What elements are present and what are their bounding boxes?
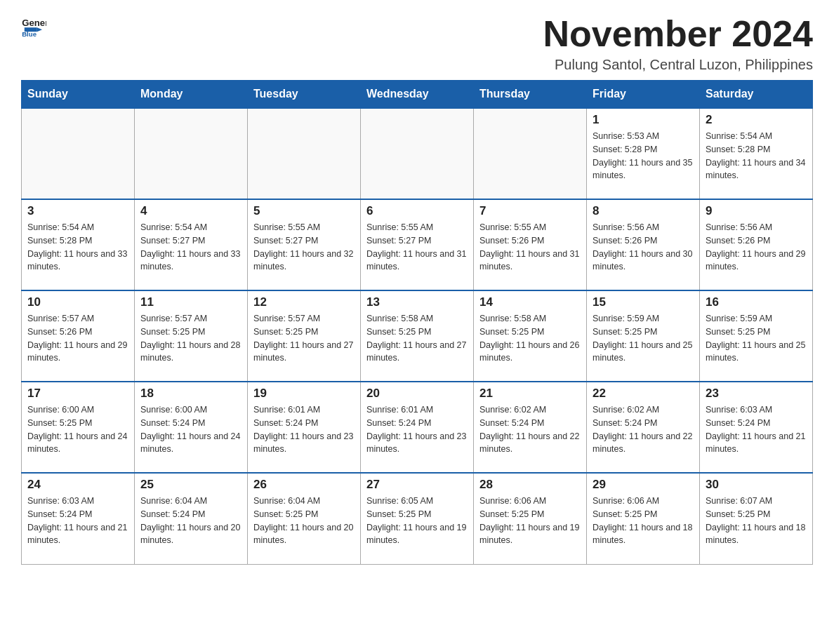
logo-icon: General Blue: [21, 14, 46, 39]
svg-text:General: General: [22, 18, 46, 28]
logo: General Blue: [21, 14, 49, 39]
svg-marker-2: [37, 27, 42, 32]
day-info: Sunrise: 6:03 AMSunset: 5:24 PMDaylight:…: [706, 403, 807, 456]
col-wednesday: Wednesday: [361, 81, 474, 109]
day-info: Sunrise: 5:58 AMSunset: 5:25 PMDaylight:…: [479, 312, 581, 365]
calendar-week-row: 10Sunrise: 5:57 AMSunset: 5:26 PMDayligh…: [22, 290, 813, 382]
day-info: Sunrise: 6:02 AMSunset: 5:24 PMDaylight:…: [593, 403, 694, 456]
calendar-week-row: 17Sunrise: 6:00 AMSunset: 5:25 PMDayligh…: [22, 382, 813, 473]
day-number: 8: [593, 204, 694, 218]
day-info: Sunrise: 6:01 AMSunset: 5:24 PMDaylight:…: [253, 403, 355, 456]
day-info: Sunrise: 6:03 AMSunset: 5:24 PMDaylight:…: [27, 495, 128, 547]
calendar-cell: 5Sunrise: 5:55 AMSunset: 5:27 PMDaylight…: [248, 199, 361, 290]
day-number: 25: [140, 478, 241, 492]
calendar-cell: 9Sunrise: 5:56 AMSunset: 5:26 PMDaylight…: [700, 199, 813, 290]
calendar-cell: 16Sunrise: 5:59 AMSunset: 5:25 PMDayligh…: [700, 290, 813, 382]
day-number: 2: [706, 113, 807, 127]
month-title: November 2024: [543, 14, 813, 54]
day-number: 30: [706, 478, 807, 492]
day-number: 26: [253, 478, 355, 492]
day-number: 6: [366, 204, 468, 218]
day-number: 22: [593, 387, 694, 401]
day-number: 11: [140, 295, 241, 309]
calendar-cell: 28Sunrise: 6:06 AMSunset: 5:25 PMDayligh…: [474, 473, 587, 564]
day-info: Sunrise: 5:54 AMSunset: 5:28 PMDaylight:…: [706, 130, 807, 182]
location-subtitle: Pulung Santol, Central Luzon, Philippine…: [543, 57, 813, 73]
day-number: 1: [593, 113, 694, 127]
day-info: Sunrise: 5:59 AMSunset: 5:25 PMDaylight:…: [706, 312, 807, 365]
calendar-cell: 21Sunrise: 6:02 AMSunset: 5:24 PMDayligh…: [474, 382, 587, 473]
day-number: 19: [253, 387, 355, 401]
svg-text:Blue: Blue: [22, 30, 37, 38]
calendar-cell: 23Sunrise: 6:03 AMSunset: 5:24 PMDayligh…: [700, 382, 813, 473]
calendar-cell: 15Sunrise: 5:59 AMSunset: 5:25 PMDayligh…: [587, 290, 700, 382]
day-number: 27: [366, 478, 468, 492]
page-header: General Blue November 2024 Pulung Santol…: [21, 14, 813, 73]
day-info: Sunrise: 5:57 AMSunset: 5:26 PMDaylight:…: [27, 312, 128, 365]
day-info: Sunrise: 5:53 AMSunset: 5:28 PMDaylight:…: [593, 130, 694, 182]
day-number: 4: [140, 204, 241, 218]
day-info: Sunrise: 5:54 AMSunset: 5:28 PMDaylight:…: [27, 221, 128, 274]
calendar-cell: 12Sunrise: 5:57 AMSunset: 5:25 PMDayligh…: [248, 290, 361, 382]
calendar-cell: [474, 108, 587, 199]
calendar-cell: 27Sunrise: 6:05 AMSunset: 5:25 PMDayligh…: [361, 473, 474, 564]
calendar-cell: 20Sunrise: 6:01 AMSunset: 5:24 PMDayligh…: [361, 382, 474, 473]
calendar-cell: 19Sunrise: 6:01 AMSunset: 5:24 PMDayligh…: [248, 382, 361, 473]
calendar-cell: 13Sunrise: 5:58 AMSunset: 5:25 PMDayligh…: [361, 290, 474, 382]
day-number: 24: [27, 478, 128, 492]
calendar-cell: 30Sunrise: 6:07 AMSunset: 5:25 PMDayligh…: [700, 473, 813, 564]
day-number: 12: [253, 295, 355, 309]
day-info: Sunrise: 6:01 AMSunset: 5:24 PMDaylight:…: [366, 403, 468, 456]
calendar-cell: 7Sunrise: 5:55 AMSunset: 5:26 PMDaylight…: [474, 199, 587, 290]
day-number: 13: [366, 295, 468, 309]
day-info: Sunrise: 5:56 AMSunset: 5:26 PMDaylight:…: [706, 221, 807, 274]
day-info: Sunrise: 6:00 AMSunset: 5:25 PMDaylight:…: [27, 403, 128, 456]
col-monday: Monday: [135, 81, 248, 109]
day-number: 7: [479, 204, 581, 218]
calendar-cell: 10Sunrise: 5:57 AMSunset: 5:26 PMDayligh…: [22, 290, 135, 382]
calendar-cell: 18Sunrise: 6:00 AMSunset: 5:24 PMDayligh…: [135, 382, 248, 473]
day-number: 14: [479, 295, 581, 309]
day-info: Sunrise: 6:05 AMSunset: 5:25 PMDaylight:…: [366, 495, 468, 547]
day-info: Sunrise: 5:55 AMSunset: 5:27 PMDaylight:…: [253, 221, 355, 274]
col-tuesday: Tuesday: [248, 81, 361, 109]
col-friday: Friday: [587, 81, 700, 109]
day-number: 23: [706, 387, 807, 401]
day-info: Sunrise: 5:57 AMSunset: 5:25 PMDaylight:…: [253, 312, 355, 365]
day-number: 18: [140, 387, 241, 401]
calendar-cell: 17Sunrise: 6:00 AMSunset: 5:25 PMDayligh…: [22, 382, 135, 473]
day-number: 21: [479, 387, 581, 401]
calendar-cell: [22, 108, 135, 199]
calendar-table: Sunday Monday Tuesday Wednesday Thursday…: [21, 80, 813, 565]
day-info: Sunrise: 6:02 AMSunset: 5:24 PMDaylight:…: [479, 403, 581, 456]
day-info: Sunrise: 5:57 AMSunset: 5:25 PMDaylight:…: [140, 312, 241, 365]
calendar-cell: 14Sunrise: 5:58 AMSunset: 5:25 PMDayligh…: [474, 290, 587, 382]
col-sunday: Sunday: [22, 81, 135, 109]
calendar-week-row: 3Sunrise: 5:54 AMSunset: 5:28 PMDaylight…: [22, 199, 813, 290]
calendar-cell: 24Sunrise: 6:03 AMSunset: 5:24 PMDayligh…: [22, 473, 135, 564]
calendar-cell: 4Sunrise: 5:54 AMSunset: 5:27 PMDaylight…: [135, 199, 248, 290]
day-info: Sunrise: 5:56 AMSunset: 5:26 PMDaylight:…: [593, 221, 694, 274]
day-info: Sunrise: 5:58 AMSunset: 5:25 PMDaylight:…: [366, 312, 468, 365]
calendar-cell: 22Sunrise: 6:02 AMSunset: 5:24 PMDayligh…: [587, 382, 700, 473]
day-info: Sunrise: 6:04 AMSunset: 5:25 PMDaylight:…: [253, 495, 355, 547]
day-info: Sunrise: 6:07 AMSunset: 5:25 PMDaylight:…: [706, 495, 807, 547]
col-saturday: Saturday: [700, 81, 813, 109]
day-number: 10: [27, 295, 128, 309]
day-number: 3: [27, 204, 128, 218]
day-info: Sunrise: 6:06 AMSunset: 5:25 PMDaylight:…: [593, 495, 694, 547]
day-info: Sunrise: 6:04 AMSunset: 5:24 PMDaylight:…: [140, 495, 241, 547]
title-area: November 2024 Pulung Santol, Central Luz…: [543, 14, 813, 73]
day-info: Sunrise: 5:54 AMSunset: 5:27 PMDaylight:…: [140, 221, 241, 274]
calendar-cell: [248, 108, 361, 199]
calendar-cell: 26Sunrise: 6:04 AMSunset: 5:25 PMDayligh…: [248, 473, 361, 564]
day-info: Sunrise: 5:55 AMSunset: 5:26 PMDaylight:…: [479, 221, 581, 274]
day-number: 9: [706, 204, 807, 218]
day-number: 29: [593, 478, 694, 492]
calendar-cell: 29Sunrise: 6:06 AMSunset: 5:25 PMDayligh…: [587, 473, 700, 564]
calendar-cell: [361, 108, 474, 199]
calendar-header-row: Sunday Monday Tuesday Wednesday Thursday…: [22, 81, 813, 109]
day-info: Sunrise: 6:00 AMSunset: 5:24 PMDaylight:…: [140, 403, 241, 456]
calendar-cell: 11Sunrise: 5:57 AMSunset: 5:25 PMDayligh…: [135, 290, 248, 382]
calendar-cell: 2Sunrise: 5:54 AMSunset: 5:28 PMDaylight…: [700, 108, 813, 199]
